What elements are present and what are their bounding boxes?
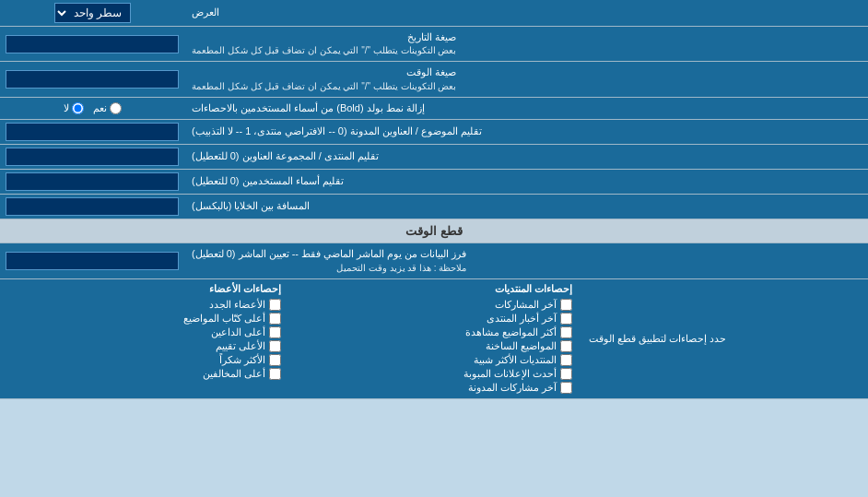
checkbox-most-thanks-label: الأكثر شكراً [219,354,265,366]
cutoff-title-text: قطع الوقت [405,224,463,238]
checkbox-classifieds-input[interactable] [560,368,572,380]
checkbox-top-violators-input[interactable] [269,368,281,380]
bold-yes-label: نعم [93,102,107,114]
checkbox-new-members-label: الأعضاء الجدد [209,299,265,311]
checkbox-top-writers-input[interactable] [269,313,281,325]
checkbox-top-writers-label: أعلى كتّاب المواضيع [183,313,265,325]
cutoff-filter-label: فرز البيانات من يوم الماشر الماضي فقط --… [184,243,868,278]
checkbox-classifieds[interactable]: أحدث الإعلانات المبوبة [299,367,571,381]
topics-order-row: تقليم الموضوع / العناوين المدونة (0 -- ا… [0,120,868,145]
checkbox-top-violators-label: أعلى المخالفين [203,368,265,380]
bold-row: إزالة نمط بولد (Bold) من أسماء المستخدمي… [0,98,868,120]
checkbox-top-inviters-label: أعلى الداعين [211,326,265,338]
checkbox-top-rated-label: الأعلى تقييم [216,340,265,352]
checkboxes-section-title: حدد إحصاءات لتطبيق قطع الوقت [589,333,726,345]
checkbox-most-thanks-input[interactable] [269,354,281,366]
forum-order-row: تقليم المنتدى / المجموعة العناوين (0 للت… [0,145,868,170]
date-format-note: بعض التكوينات يتطلب "/" التي يمكن ان تضا… [192,44,456,57]
time-format-title: صيغة الوقت [192,65,456,79]
checkbox-top-inviters[interactable]: أعلى الداعين [9,325,281,339]
bold-no-radio[interactable] [72,102,84,114]
topics-order-label: تقليم الموضوع / العناوين المدونة (0 -- ا… [184,120,868,144]
checkbox-forum-news-input[interactable] [560,313,572,325]
checkbox-last-posts-label: آخر المشاركات [495,299,557,311]
topics-order-text: تقليم الموضوع / العناوين المدونة (0 -- ا… [192,124,482,138]
bold-radio-group: نعم لا [0,98,184,119]
bold-yes-radio[interactable] [110,102,122,114]
cutoff-filter-note: ملاحظة : هذا قد يزيد وقت التحميل [192,262,466,275]
users-trim-field[interactable]: 0 [6,172,179,191]
checkbox-top-writers[interactable]: أعلى كتّاب المواضيع [9,312,281,325]
checkboxes-section: حدد إحصاءات لتطبيق قطع الوقت إحصاءات الم… [0,279,868,399]
cutoff-filter-text: فرز البيانات من يوم الماشر الماضي فقط --… [192,247,466,261]
checkboxes-main-label: حدد إحصاءات لتطبيق قطع الوقت [581,279,868,398]
checkbox-top-inviters-input[interactable] [269,326,281,338]
checkbox-blog-posts[interactable]: آخر مشاركات المدونة [299,381,571,395]
checkboxes-col1: إحصاءات المنتديات آخر المشاركات آخر أخبا… [290,279,581,398]
date-format-title: صيغة التاريخ [192,30,456,44]
checkbox-new-members[interactable]: الأعضاء الجدد [9,298,281,312]
checkbox-last-posts[interactable]: آخر المشاركات [299,298,571,312]
display-input[interactable]: سطر واحد سطرين ثلاثة أسطر [0,0,184,26]
time-format-input[interactable]: H:i [0,62,184,96]
checkbox-similar-forums-label: المنتديات الأكثر شبية [474,354,557,366]
cell-spacing-row: المسافة بين الخلايا (بالبكسل) 2 [0,195,868,219]
display-label: العرض [184,0,868,26]
topics-order-field[interactable]: 33 [6,123,179,141]
cutoff-section-header: قطع الوقت [0,219,868,243]
bold-label-text: إزالة نمط بولد (Bold) من أسماء المستخدمي… [192,101,425,115]
cell-spacing-label: المسافة بين الخلايا (بالبكسل) [184,195,868,219]
checkbox-top-rated[interactable]: الأعلى تقييم [9,339,281,353]
users-trim-text: تقليم أسماء المستخدمين (0 للتعطيل) [192,174,344,188]
checkbox-most-viewed-input[interactable] [560,326,572,338]
checkbox-hot-topics-label: المواضيع الساخنة [486,340,557,352]
date-format-field[interactable]: d-m [6,35,179,53]
bold-label: إزالة نمط بولد (Bold) من أسماء المستخدمي… [184,98,868,119]
date-format-row: صيغة التاريخ بعض التكوينات يتطلب "/" الت… [0,27,868,62]
date-format-input[interactable]: d-m [0,27,184,61]
checkbox-forum-news-label: آخر أخبار المنتدى [487,313,557,325]
checkbox-forum-news[interactable]: آخر أخبار المنتدى [299,312,571,325]
bold-no-label: لا [64,102,69,114]
checkbox-hot-topics-input[interactable] [560,340,572,352]
checkboxes-col2: إحصاءات الأعضاء الأعضاء الجدد أعلى كتّاب… [0,279,290,398]
cutoff-filter-field[interactable]: 0 [6,252,179,270]
display-select[interactable]: سطر واحد سطرين ثلاثة أسطر [54,3,131,23]
users-trim-row: تقليم أسماء المستخدمين (0 للتعطيل) 0 [0,170,868,195]
checkbox-most-viewed[interactable]: أكثر المواضيع مشاهدة [299,325,571,339]
bold-yes-option[interactable]: نعم [93,102,122,114]
col2-header: إحصاءات الأعضاء [9,283,281,298]
forum-order-field[interactable]: 33 [6,148,179,166]
checkbox-blog-posts-label: آخر مشاركات المدونة [468,382,557,394]
users-trim-input[interactable]: 0 [0,170,184,194]
time-format-note: بعض التكوينات يتطلب "/" التي يمكن ان تضا… [192,80,456,93]
checkbox-top-rated-input[interactable] [269,340,281,352]
col1-header: إحصاءات المنتديات [299,283,571,298]
display-title-text: العرض [192,6,219,19]
checkbox-hot-topics[interactable]: المواضيع الساخنة [299,339,571,353]
time-format-label: صيغة الوقت بعض التكوينات يتطلب "/" التي … [184,62,868,96]
forum-order-text: تقليم المنتدى / المجموعة العناوين (0 للت… [192,149,379,163]
cell-spacing-text: المسافة بين الخلايا (بالبكسل) [192,199,311,213]
cutoff-filter-input[interactable]: 0 [0,243,184,278]
display-row: العرض سطر واحد سطرين ثلاثة أسطر [0,0,868,27]
checkbox-most-viewed-label: أكثر المواضيع مشاهدة [465,326,557,338]
checkbox-similar-forums-input[interactable] [560,354,572,366]
checkbox-most-thanks[interactable]: الأكثر شكراً [9,353,281,367]
checkbox-top-violators[interactable]: أعلى المخالفين [9,367,281,381]
checkbox-similar-forums[interactable]: المنتديات الأكثر شبية [299,353,571,367]
checkbox-blog-posts-input[interactable] [560,382,572,394]
checkbox-last-posts-input[interactable] [560,299,572,311]
topics-order-input[interactable]: 33 [0,120,184,144]
cutoff-filter-row: فرز البيانات من يوم الماشر الماضي فقط --… [0,243,868,278]
forum-order-input[interactable]: 33 [0,145,184,169]
time-format-row: صيغة الوقت بعض التكوينات يتطلب "/" التي … [0,62,868,97]
time-format-field[interactable]: H:i [6,70,179,89]
cell-spacing-input[interactable]: 2 [0,195,184,219]
bold-no-option[interactable]: لا [64,102,84,114]
cell-spacing-field[interactable]: 2 [6,197,179,216]
checkbox-classifieds-label: أحدث الإعلانات المبوبة [463,368,557,380]
users-trim-label: تقليم أسماء المستخدمين (0 للتعطيل) [184,170,868,194]
forum-order-label: تقليم المنتدى / المجموعة العناوين (0 للت… [184,145,868,169]
checkbox-new-members-input[interactable] [269,299,281,311]
